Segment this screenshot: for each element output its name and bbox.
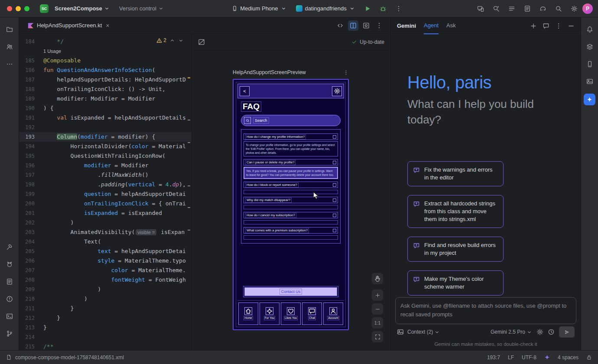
- file-tab[interactable]: HelpAndSupportScreen.kt ×: [23, 17, 115, 33]
- stripe-mark[interactable]: [188, 207, 190, 208]
- warning-indicator[interactable]: 2: [156, 37, 166, 43]
- preview-name[interactable]: HelpAndSupportScreenPreview: [233, 69, 306, 75]
- search-bar[interactable]: Search: [241, 115, 341, 126]
- app-insights-icon[interactable]: [522, 3, 533, 14]
- stripe-mark[interactable]: [188, 185, 190, 186]
- nav-item-for-you[interactable]: For You: [260, 302, 280, 325]
- code-line[interactable]: 187 helpAndSupportDetails: HelpAndSuppor…: [19, 75, 192, 84]
- terminal-icon[interactable]: [3, 310, 16, 322]
- stripe-mark[interactable]: [188, 120, 190, 120]
- lock-icon[interactable]: [586, 354, 592, 360]
- minimize-window-button[interactable]: [16, 6, 21, 11]
- code-line[interactable]: 198 .padding(vertical = 4.dp),: [19, 180, 192, 189]
- suggestion-card[interactable]: Make my Theme's color scheme warmer: [407, 270, 504, 296]
- gemini-settings-icon[interactable]: [536, 328, 543, 335]
- preview-layout-icon[interactable]: [198, 39, 205, 46]
- app-inspection-icon[interactable]: [3, 276, 16, 288]
- settings-button[interactable]: [332, 86, 342, 96]
- code-line[interactable]: 204 Text(: [19, 237, 192, 247]
- gemini-input[interactable]: Ask Gemini, use @filename to attach sour…: [395, 297, 576, 324]
- ai-spark-icon[interactable]: [544, 354, 550, 360]
- contact-us-button[interactable]: Contact Us: [244, 287, 337, 296]
- indent-config[interactable]: 4 spaces: [558, 354, 578, 361]
- pan-button[interactable]: [372, 273, 383, 284]
- resource-manager-icon[interactable]: [584, 75, 596, 88]
- search-icon[interactable]: [553, 3, 564, 14]
- version-control-icon[interactable]: [3, 328, 16, 340]
- nav-item-home[interactable]: Home: [238, 302, 258, 325]
- code-line[interactable]: 192: [19, 123, 192, 132]
- model-selector[interactable]: Gemini 2.5 Pro: [491, 329, 532, 335]
- context-selector[interactable]: Context (2): [407, 329, 440, 335]
- split-view-button[interactable]: [348, 20, 358, 31]
- close-window-button[interactable]: [7, 6, 12, 11]
- code-line[interactable]: 214: [19, 332, 192, 342]
- tab-agent[interactable]: Agent: [424, 17, 439, 34]
- usage-hint[interactable]: 1 Usage: [19, 46, 192, 56]
- stripe-mark[interactable]: [188, 142, 190, 143]
- file-encoding[interactable]: UTF-8: [522, 354, 536, 361]
- code-line[interactable]: 203 AnimatedVisibility(visible = isExpan: [19, 228, 192, 237]
- suggestion-card[interactable]: Extract all hardcoded strings from this …: [407, 195, 504, 228]
- code-line[interactable]: 210 ): [19, 294, 192, 304]
- code-line[interactable]: 202 ): [19, 218, 192, 228]
- more-actions-button[interactable]: [393, 3, 404, 14]
- caret-position[interactable]: 193:7: [487, 354, 500, 361]
- editor-options-button[interactable]: [374, 20, 384, 31]
- ai-search-icon[interactable]: [491, 3, 502, 14]
- faq-question-row[interactable]: How do I cancel my subscription?: [244, 212, 338, 218]
- faq-question-row[interactable]: What comes with a premium subscription?: [244, 227, 338, 234]
- previous-issue-icon[interactable]: [169, 38, 175, 43]
- nav-item-account[interactable]: Account: [323, 302, 343, 325]
- code-line[interactable]: 190) {: [19, 104, 192, 113]
- nav-item-likes-you[interactable]: Likes You: [281, 302, 301, 325]
- device-manager-icon[interactable]: [584, 58, 596, 70]
- suggestion-card[interactable]: Fix the warnings and errors in the edito…: [407, 161, 504, 186]
- next-issue-icon[interactable]: [178, 38, 184, 43]
- user-avatar[interactable]: P: [582, 3, 593, 14]
- code-line[interactable]: 209 ): [19, 285, 192, 294]
- zoom-to-fit-button[interactable]: [372, 331, 383, 342]
- code-editor[interactable]: 2 184 */1 Usage185@Composable186fun Ques…: [19, 34, 192, 350]
- gemini-tool-button[interactable]: [584, 94, 595, 105]
- device-selector[interactable]: Medium Phone: [229, 3, 289, 13]
- problems-icon[interactable]: [3, 293, 16, 305]
- notifications-icon[interactable]: [584, 23, 596, 36]
- code-line[interactable]: 195 QuestionWithTrailingIconRow(: [19, 151, 192, 161]
- nav-item-chat[interactable]: Chat: [302, 302, 322, 325]
- editor-scroll-stripe[interactable]: [187, 34, 191, 350]
- warning-stripe-mark[interactable]: [188, 77, 190, 78]
- stripe-mark[interactable]: [188, 230, 190, 231]
- gradle-sync-icon[interactable]: [537, 3, 549, 14]
- code-line[interactable]: 200 onTrailingIconClick = { onTrai: [19, 199, 192, 208]
- new-chat-icon[interactable]: [530, 23, 537, 29]
- run-configuration-selector[interactable]: datingandfriends: [293, 3, 358, 13]
- faq-question-row[interactable]: How do I block or report someone?: [244, 182, 338, 188]
- logcat-icon[interactable]: [506, 3, 517, 14]
- code-line[interactable]: 212 }: [19, 313, 192, 323]
- code-line[interactable]: 213}: [19, 323, 192, 332]
- version-control-menu[interactable]: Version control: [117, 3, 166, 13]
- preview-canvas[interactable]: HelpAndSupportScreenPreview <: [192, 50, 390, 350]
- design-view-button[interactable]: [361, 20, 371, 31]
- suggestion-card[interactable]: Find and resolve build errors in my proj…: [407, 237, 504, 262]
- code-line[interactable]: 201 isExpanded = isExpanded: [19, 208, 192, 218]
- debug-button[interactable]: [377, 3, 389, 14]
- send-button[interactable]: [559, 326, 575, 338]
- close-tab-icon[interactable]: ×: [105, 23, 110, 29]
- chat-history-icon[interactable]: [543, 23, 549, 29]
- layout-inspector-icon[interactable]: [584, 41, 596, 53]
- code-line[interactable]: 191 val isExpanded = helpAndSupportDetai…: [19, 113, 192, 123]
- code-line[interactable]: 206 style = MaterialTheme.typo: [19, 256, 192, 266]
- code-view-button[interactable]: [335, 20, 345, 31]
- more-tool-windows-icon[interactable]: [3, 58, 16, 70]
- faq-question-row[interactable]: Can I pause or delete my profile?: [244, 159, 338, 166]
- code-line[interactable]: 189 modifier: Modifier = Modifier: [19, 94, 192, 104]
- code-line[interactable]: 211 }: [19, 304, 192, 313]
- run-button[interactable]: [362, 3, 373, 14]
- maximize-window-button[interactable]: [24, 6, 29, 11]
- code-line[interactable]: 199 question = helpAndSupportDetai: [19, 189, 192, 199]
- code-line[interactable]: 193 Column(modifier = modifier) {: [19, 132, 192, 142]
- code-line[interactable]: 194 HorizontalDivider(color = Material: [19, 142, 192, 151]
- tab-ask[interactable]: Ask: [446, 17, 456, 34]
